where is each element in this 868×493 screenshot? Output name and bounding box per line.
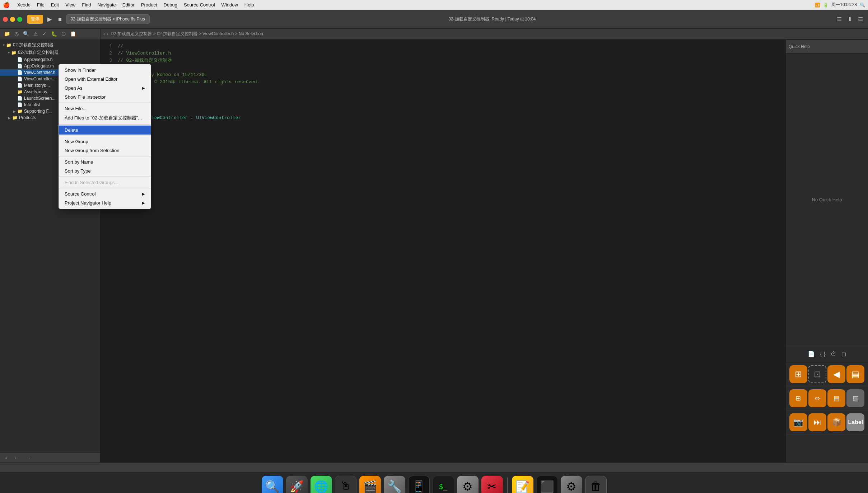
- maximize-button[interactable]: [17, 17, 22, 22]
- dock-notes[interactable]: 📝: [512, 476, 533, 493]
- ctx-item-sort_by_name[interactable]: Sort by Name: [59, 158, 151, 166]
- run-button[interactable]: ▶: [45, 14, 54, 24]
- dock-xmind[interactable]: ✂: [481, 476, 503, 493]
- lib-obj2[interactable]: ⊡: [808, 365, 826, 383]
- ctx-item-new_file___[interactable]: New File...: [59, 104, 151, 113]
- lib-camera[interactable]: 📷: [789, 413, 807, 431]
- dock-video[interactable]: 🎬: [359, 476, 381, 493]
- lib-grid[interactable]: ⊞: [789, 389, 807, 407]
- menu-source-control[interactable]: Source Control: [181, 1, 218, 8]
- dock-launchpad[interactable]: 🚀: [286, 476, 308, 493]
- quick-help-btn[interactable]: { }: [818, 349, 827, 359]
- menu-find[interactable]: Find: [79, 1, 94, 8]
- code-editor[interactable]: //// ViewController.h// 02-加载自定义控制器//// …: [115, 40, 785, 463]
- ctx-item-show_file_inspector[interactable]: Show File Inspector: [59, 93, 151, 102]
- scheme-selector[interactable]: 02-加载自定义控制器 > iPhone 6s Plus: [66, 14, 150, 24]
- ctx-separator-15: [59, 177, 151, 177]
- symbol-nav-icon[interactable]: ◎: [13, 30, 20, 37]
- dock-settings[interactable]: ⚙: [457, 476, 479, 493]
- source-btn[interactable]: ◻: [840, 349, 848, 359]
- menu-product[interactable]: Product: [138, 1, 160, 8]
- find-nav-icon[interactable]: 🔍: [21, 30, 31, 37]
- ctx-label: New Group: [65, 139, 88, 144]
- minimize-button[interactable]: [10, 17, 15, 22]
- stop-button[interactable]: ■: [56, 15, 64, 24]
- menu-view[interactable]: View: [62, 1, 78, 8]
- library-area: ⊞ ⊡ ◀ ▤ ⊞ ⇔ ▤ ▥ 📷 ⏭ 📦 Label: [786, 362, 868, 463]
- add-file-button[interactable]: +: [3, 454, 9, 461]
- quick-help-content: No Quick Help: [786, 53, 868, 346]
- ctx-item-open_with_external_editor[interactable]: Open with External Editor: [59, 75, 151, 84]
- ctx-label: Show in Finder: [65, 67, 96, 73]
- ctx-item-new_group[interactable]: New Group: [59, 137, 151, 146]
- search-icon[interactable]: 🔍: [860, 3, 865, 8]
- tree-item-2[interactable]: 📄AppDelegate.h: [0, 56, 100, 63]
- ctx-label: Project Navigator Help: [65, 200, 111, 206]
- menu-file[interactable]: File: [34, 1, 47, 8]
- nav-history-forward[interactable]: →: [24, 454, 32, 461]
- lib-label[interactable]: Label: [846, 413, 864, 431]
- ctx-item-add_files_to_________________[interactable]: Add Files to "02-加载自定义控制器"...: [59, 113, 151, 123]
- back-btn[interactable]: ‹: [103, 32, 105, 37]
- menu-help[interactable]: Help: [242, 1, 257, 8]
- tree-item-0[interactable]: ▾📁02-加载自定义控制器: [0, 41, 100, 49]
- dock-finder[interactable]: 🔍: [262, 476, 283, 493]
- ctx-item-delete[interactable]: Delete: [59, 126, 151, 135]
- ctx-label: Open As: [65, 85, 83, 91]
- dock-iphone[interactable]: 📱: [408, 476, 430, 493]
- lib-obj1[interactable]: ⊞: [789, 365, 807, 383]
- dock-mouse[interactable]: 🖱: [335, 476, 356, 493]
- debug-toggle[interactable]: ⬇: [845, 14, 854, 24]
- dock-wechat[interactable]: ⬛: [536, 476, 558, 493]
- ctx-item-show_in_finder[interactable]: Show in Finder: [59, 66, 151, 75]
- menu-items: Xcode File Edit View Find Navigate Edito…: [14, 1, 257, 8]
- navigator-icons: 📁 ◎ 🔍 ⚠ ✓ 🐛 ⬡ 📋: [0, 29, 100, 39]
- menu-debug[interactable]: Debug: [161, 1, 180, 8]
- dock-android[interactable]: ⚙: [561, 476, 582, 493]
- dock-tools[interactable]: 🔧: [384, 476, 405, 493]
- warning-nav-icon[interactable]: ⚠: [32, 30, 40, 37]
- menu-xcode[interactable]: Xcode: [14, 1, 33, 8]
- ctx-item-open_as[interactable]: Open As▶: [59, 84, 151, 93]
- ctx-separator-9: [59, 136, 151, 136]
- file-nav-icon[interactable]: 📁: [2, 30, 12, 37]
- code-line-9: #import: [118, 100, 783, 107]
- lib-table[interactable]: ▤: [827, 389, 845, 407]
- ctx-item-project_navigator_help[interactable]: Project Navigator Help▶: [59, 198, 151, 207]
- menu-navigate[interactable]: Navigate: [94, 1, 118, 8]
- inspector-toggle[interactable]: ☰: [856, 14, 865, 24]
- dock-terminal[interactable]: $_: [433, 476, 454, 493]
- nav-history-back[interactable]: ←: [12, 454, 21, 461]
- file-inspector-btn[interactable]: 📄: [806, 349, 816, 359]
- dock-trash[interactable]: 🗑: [585, 476, 607, 493]
- report-nav-icon[interactable]: 📋: [68, 30, 78, 37]
- library-row-2: ⊞ ⇔ ▤ ▥: [786, 386, 868, 410]
- apple-menu[interactable]: 🍎: [3, 1, 10, 8]
- test-nav-icon[interactable]: ✓: [41, 30, 48, 37]
- menu-edit[interactable]: Edit: [48, 1, 62, 8]
- close-button[interactable]: [3, 17, 8, 22]
- pause-button[interactable]: 暂停: [27, 15, 43, 24]
- debug-nav-icon[interactable]: 🐛: [49, 30, 59, 37]
- ctx-item-source_control[interactable]: Source Control▶: [59, 189, 151, 198]
- dock-safari[interactable]: 🌐: [311, 476, 332, 493]
- history-btn[interactable]: ⏱: [829, 349, 838, 359]
- ctx-item-find_in_selected_groups___: Find in Selected Groups...: [59, 178, 151, 187]
- menu-window[interactable]: Window: [219, 1, 241, 8]
- ctx-item-new_group_from_selection[interactable]: New Group from Selection: [59, 146, 151, 155]
- lib-list[interactable]: ▤: [846, 365, 864, 383]
- breakpoint-nav-icon[interactable]: ⬡: [60, 30, 67, 37]
- breadcrumb-path: 02-加载自定义控制器 > 02-加载自定义控制器 > ViewControll…: [111, 31, 263, 37]
- navigator-toggle[interactable]: ☰: [835, 14, 844, 24]
- menu-editor[interactable]: Editor: [120, 1, 137, 8]
- editor-content: 1234567891011 //// ViewController.h// 02…: [101, 40, 785, 463]
- lib-split[interactable]: ▥: [846, 389, 864, 407]
- lib-media[interactable]: ⏭: [808, 413, 826, 431]
- ctx-item-sort_by_type[interactable]: Sort by Type: [59, 166, 151, 175]
- code-line-3: // 02-加载自定义控制器: [118, 57, 783, 64]
- lib-3d[interactable]: 📦: [827, 413, 845, 431]
- tree-item-1[interactable]: ▾📁02-加载自定义控制器: [0, 49, 100, 56]
- lib-toggle[interactable]: ⇔: [808, 389, 826, 407]
- forward-btn[interactable]: ›: [107, 32, 108, 37]
- lib-back-btn[interactable]: ◀: [827, 365, 845, 383]
